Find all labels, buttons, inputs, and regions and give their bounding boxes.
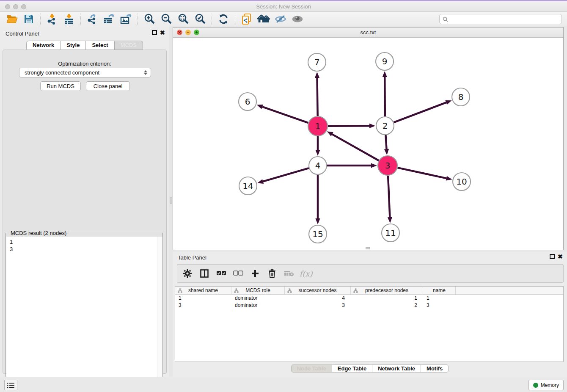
tab-network-table[interactable]: Network Table: [372, 364, 421, 373]
window-close-icon[interactable]: [5, 4, 10, 9]
network-minimize-icon[interactable]: −: [185, 30, 191, 35]
close-panel-button[interactable]: Close panel: [86, 81, 130, 91]
tree-icon: [287, 288, 292, 294]
criterion-dropdown[interactable]: strongly connected component: [19, 68, 151, 77]
network-window-titlebar[interactable]: ✕ − + scc.txt: [173, 28, 563, 38]
select-all-icon[interactable]: [216, 268, 226, 279]
import-table-icon[interactable]: [63, 13, 75, 25]
criterion-value: strongly connected component: [25, 69, 99, 76]
delete-column-icon[interactable]: [267, 268, 277, 279]
table-cell[interactable]: dominator: [231, 295, 285, 302]
zoom-fit-icon[interactable]: [177, 13, 190, 25]
zoom-out-icon[interactable]: [160, 13, 173, 25]
toolbar-separator: [138, 14, 138, 25]
window-minimize-icon[interactable]: [13, 4, 18, 9]
tab-network[interactable]: Network: [26, 41, 61, 50]
tab-style[interactable]: Style: [61, 41, 86, 50]
task-history-button[interactable]: [4, 380, 17, 390]
panel-divider[interactable]: [169, 26, 173, 377]
table-cell[interactable]: dominator: [231, 302, 285, 309]
table-cell[interactable]: 3: [423, 302, 456, 309]
table-cell[interactable]: 3: [175, 302, 231, 309]
save-session-icon[interactable]: [22, 13, 35, 25]
column-header-name[interactable]: name: [423, 287, 456, 294]
search-input[interactable]: [450, 16, 561, 22]
ndex-network-icon[interactable]: [240, 13, 253, 25]
table-cell[interactable]: 2: [351, 302, 423, 309]
column-header-predecessor-nodes[interactable]: predecessor nodes: [351, 287, 423, 294]
column-header-successor-nodes[interactable]: successor nodes: [285, 287, 351, 294]
export-table-icon[interactable]: [103, 13, 116, 25]
edge-2-3[interactable]: [385, 135, 386, 149]
node-table-body: 1dominator4113dominator323: [175, 295, 563, 309]
table-settings-icon[interactable]: [182, 268, 193, 279]
control-panel-title: Control Panel: [6, 30, 39, 37]
edge-3-11[interactable]: [388, 176, 390, 217]
tree-icon: [234, 288, 239, 294]
table-cell[interactable]: 1: [351, 295, 423, 302]
edge-4-14[interactable]: [263, 168, 309, 182]
network-hscroll-thumb[interactable]: [366, 247, 370, 249]
node-label-3: 3: [385, 160, 391, 171]
node-label-2: 2: [383, 121, 388, 131]
edge-1-7[interactable]: [317, 78, 317, 116]
table-cell[interactable]: 3: [285, 302, 351, 309]
table-panel-title: Table Panel: [178, 254, 206, 261]
import-network-icon[interactable]: [46, 13, 58, 25]
float-panel-icon[interactable]: [152, 30, 157, 35]
tab-node-table[interactable]: Node Table: [291, 364, 332, 373]
edge-2-8[interactable]: [394, 102, 446, 122]
tab-select[interactable]: Select: [86, 41, 114, 50]
network-graph[interactable]: 7968124314101511: [173, 38, 563, 250]
edge-3-10[interactable]: [397, 168, 446, 178]
table-cell[interactable]: 4: [285, 295, 351, 302]
table-cell[interactable]: 1: [423, 295, 456, 302]
zoom-selected-icon[interactable]: [194, 13, 206, 25]
tab-edge-table[interactable]: Edge Table: [332, 364, 372, 373]
show-eye-icon[interactable]: [291, 13, 304, 25]
tab-mcds[interactable]: MCDS: [115, 41, 143, 50]
export-image-icon[interactable]: [120, 13, 132, 25]
result-scrollbar[interactable]: [157, 237, 162, 392]
table-cell[interactable]: 1: [175, 295, 231, 302]
network-canvas[interactable]: 7968124314101511: [173, 38, 563, 250]
network-close-icon[interactable]: ✕: [177, 30, 182, 35]
unselect-all-icon[interactable]: [233, 268, 243, 279]
export-network-icon[interactable]: [86, 13, 99, 25]
column-layout-icon[interactable]: [199, 268, 209, 279]
hide-eye-icon[interactable]: [274, 13, 287, 25]
node-table[interactable]: shared nameMCDS rolesuccessor nodesprede…: [175, 286, 564, 362]
search-box[interactable]: [439, 14, 562, 24]
open-session-icon[interactable]: [6, 13, 18, 25]
edge-1-2[interactable]: [328, 126, 369, 126]
add-column-icon[interactable]: [250, 268, 260, 279]
close-table-panel-icon[interactable]: ✖: [558, 253, 563, 260]
network-zoom-icon[interactable]: +: [194, 30, 199, 35]
memory-button[interactable]: Memory: [528, 380, 564, 390]
node-label-4: 4: [315, 160, 321, 171]
edge-3-1[interactable]: [332, 134, 379, 160]
edge-2-9[interactable]: [385, 77, 385, 116]
node-label-10: 10: [456, 177, 467, 187]
close-panel-icon[interactable]: ✖: [160, 29, 165, 36]
float-table-panel-icon[interactable]: [550, 254, 555, 259]
refresh-view-icon[interactable]: [217, 13, 230, 25]
zoom-in-icon[interactable]: [143, 13, 156, 25]
run-mcds-button[interactable]: Run MCDS: [40, 81, 81, 91]
column-header-MCDS-role[interactable]: MCDS role: [231, 287, 285, 294]
edge-1-6[interactable]: [262, 107, 308, 123]
mcds-result-area[interactable]: 13: [6, 237, 162, 392]
table-row[interactable]: 3dominator323: [175, 302, 563, 309]
node-label-6: 6: [245, 97, 250, 107]
tree-icon: [178, 288, 182, 294]
home-icon[interactable]: [257, 13, 270, 25]
divider-handle[interactable]: [170, 197, 172, 204]
tab-motifs[interactable]: Motifs: [421, 364, 449, 373]
delete-table-icon: [284, 268, 294, 279]
column-header-shared-name[interactable]: shared name: [175, 287, 231, 294]
memory-status-icon: [533, 383, 538, 388]
table-row[interactable]: 1dominator411: [175, 295, 563, 302]
control-panel-header: Control Panel ✖: [0, 26, 169, 41]
window-zoom-icon[interactable]: [21, 4, 26, 9]
control-panel-tabs: NetworkStyleSelectMCDS: [0, 41, 169, 50]
